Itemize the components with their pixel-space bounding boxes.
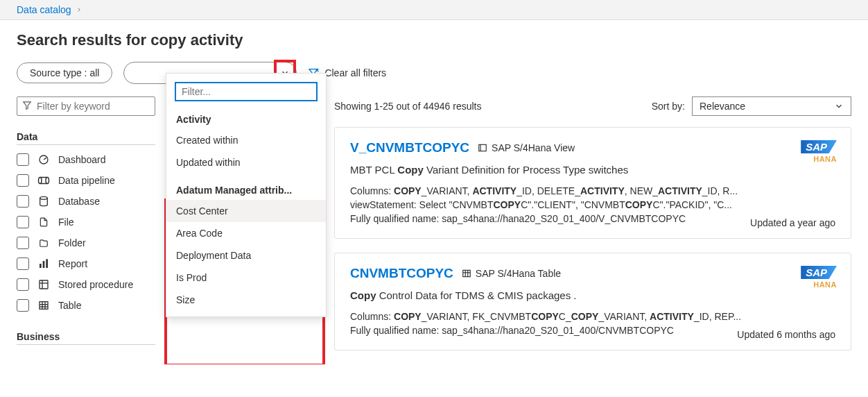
facet-item-table[interactable]: Table [17, 299, 155, 312]
facet-heading-business: Business [17, 331, 155, 345]
sap-badge: SAP HANA [801, 266, 837, 289]
checkbox[interactable] [17, 299, 29, 312]
dropdown-option-created[interactable]: Created within [166, 129, 326, 151]
view-icon [478, 143, 487, 153]
sap-logo: SAP [801, 140, 837, 153]
result-type: SAP S/4Hana View [478, 142, 575, 153]
facet-item-file[interactable]: File [17, 216, 155, 228]
dashboard-icon [37, 153, 50, 166]
facet-item-folder[interactable]: Folder [17, 237, 155, 249]
svg-point-6 [46, 178, 49, 184]
svg-rect-11 [43, 261, 45, 268]
svg-rect-13 [40, 280, 48, 289]
checkbox[interactable] [17, 174, 29, 187]
facet-label: Dashboard [58, 154, 106, 165]
checkbox[interactable] [17, 278, 29, 291]
sort-value: Relevance [700, 101, 745, 112]
filter-keyword-wrap[interactable] [17, 96, 155, 116]
sap-sub: HANA [801, 155, 837, 163]
dropdown-group-adatum: Adatum Managed attrib... [166, 179, 326, 200]
sap-badge: SAP HANA [801, 140, 837, 163]
facet-label: Report [58, 258, 87, 269]
table-icon [37, 299, 50, 312]
database-icon [37, 195, 50, 208]
facet-label: Stored procedure [58, 279, 133, 290]
result-title[interactable]: CNVMBTCOPYC [350, 266, 453, 281]
result-columns: Columns: COPY_VARIANT, FK_CNVMBTCOPYC_CO… [350, 311, 835, 322]
facet-item-report[interactable]: Report [17, 257, 155, 270]
facet-item-storedproc[interactable]: Stored procedure [17, 278, 155, 291]
svg-rect-12 [46, 259, 48, 268]
sap-sub: HANA [801, 280, 837, 289]
dropdown-option-isprod[interactable]: Is Prod [166, 267, 326, 289]
facet-label: Folder [58, 237, 86, 248]
checkbox[interactable] [17, 216, 29, 228]
facet-label: File [58, 217, 74, 228]
facet-item-dashboard[interactable]: Dashboard [17, 153, 155, 166]
result-card: SAP HANA V_CNVMBTCOPYC SAP S/4Hana View … [334, 127, 851, 239]
file-icon [37, 216, 50, 228]
source-type-pill[interactable]: Source type : all [17, 62, 112, 83]
table-icon [462, 269, 471, 278]
chevron-right-icon [76, 4, 83, 15]
svg-rect-16 [40, 302, 48, 310]
result-description: Copy Control Data for TDMS & CMIS packag… [350, 289, 835, 301]
result-type: SAP S/4Hana Table [462, 268, 561, 279]
sort-label: Sort by: [652, 101, 685, 112]
sort-select[interactable]: Relevance [692, 96, 851, 116]
facet-label: Database [58, 196, 100, 207]
result-columns: Columns: COPY_VARIANT, ACTIVITY_ID, DELE… [350, 185, 835, 196]
svg-point-5 [39, 178, 42, 184]
facet-heading-data: Data [17, 131, 155, 145]
facet-item-datapipeline[interactable]: Data pipeline [17, 174, 155, 187]
folder-icon [37, 237, 50, 249]
dropdown-option-deployment[interactable]: Deployment Data [166, 244, 326, 267]
result-description: MBT PCL Copy Variant Definition for Proc… [350, 164, 835, 176]
result-updated: Updated 6 months ago [737, 329, 835, 340]
clear-all-label: Clear all filters [324, 67, 386, 78]
filter-keyword-input[interactable] [17, 96, 155, 116]
breadcrumb: Data catalog [17, 4, 851, 15]
dropdown-group-activity: Activity [166, 108, 326, 129]
report-icon [37, 257, 50, 270]
svg-point-9 [40, 196, 48, 199]
page-title: Search results for copy activity [17, 31, 851, 49]
results-count: Showing 1-25 out of 44946 results [334, 101, 481, 112]
result-title[interactable]: V_CNVMBTCOPYC [350, 140, 469, 155]
svg-marker-3 [24, 102, 31, 110]
filter-icon [22, 101, 32, 112]
result-card: SAP HANA CNVMBTCOPYC SAP S/4Hana Table C… [334, 253, 851, 350]
checkbox[interactable] [17, 257, 29, 270]
attribute-dropdown-panel: Activity Created within Updated within A… [166, 73, 327, 317]
stored-procedure-icon [37, 278, 50, 291]
dropdown-option-updated[interactable]: Updated within [166, 151, 326, 174]
pipeline-icon [37, 174, 50, 187]
facet-sidebar: Data Dashboard Data pipeline Database Fi… [17, 96, 155, 364]
checkbox[interactable] [17, 153, 29, 166]
svg-rect-21 [479, 144, 487, 151]
breadcrumb-root[interactable]: Data catalog [17, 4, 71, 15]
facet-label: Table [58, 300, 81, 311]
checkbox[interactable] [17, 237, 29, 249]
facet-label: Data pipeline [58, 175, 115, 186]
dropdown-option-costcenter[interactable]: Cost Center [166, 200, 326, 222]
facet-item-database[interactable]: Database [17, 195, 155, 208]
sap-logo: SAP [801, 266, 837, 279]
dropdown-option-size[interactable]: Size [166, 289, 326, 311]
result-type-label: SAP S/4Hana View [492, 142, 575, 153]
chevron-down-icon [834, 101, 844, 111]
dropdown-filter-input[interactable] [175, 82, 318, 101]
result-type-label: SAP S/4Hana Table [476, 268, 561, 279]
topbar: Data catalog [0, 0, 868, 20]
result-updated: Updated a year ago [750, 217, 835, 228]
svg-rect-10 [40, 264, 42, 268]
result-viewstatement: viewStatement: Select "CNVMBTCOPYC"."CLI… [350, 199, 835, 210]
svg-rect-23 [463, 270, 471, 276]
dropdown-option-areacode[interactable]: Area Code [166, 222, 326, 244]
checkbox[interactable] [17, 195, 29, 208]
filter-row: Source type : all Clear all filters [17, 62, 851, 84]
